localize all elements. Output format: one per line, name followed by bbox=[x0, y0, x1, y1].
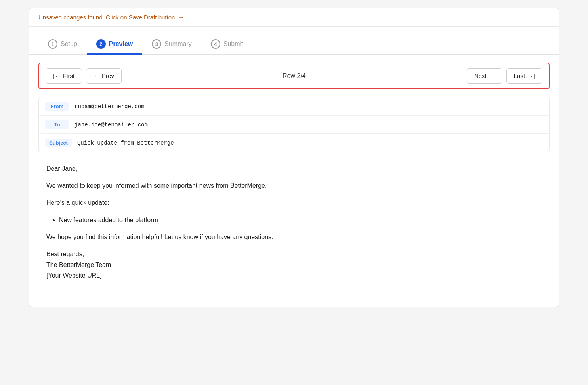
first-label: First bbox=[63, 72, 74, 79]
last-button[interactable]: Last →| bbox=[506, 68, 542, 84]
subject-label: Subject bbox=[45, 139, 72, 147]
email-greeting: Dear Jane, bbox=[46, 163, 542, 174]
tab-setup-num: 1 bbox=[48, 39, 57, 49]
tab-submit[interactable]: 4 Submit bbox=[201, 34, 253, 55]
tab-submit-num: 4 bbox=[211, 39, 220, 49]
email-sign1: Best regards, bbox=[46, 251, 84, 257]
tab-preview[interactable]: 2 Preview bbox=[87, 34, 142, 55]
email-para3: We hope you find this information helpfu… bbox=[46, 232, 542, 242]
email-fields: From rupam@bettermerge.com To jane.doe@t… bbox=[38, 97, 550, 152]
first-button[interactable]: |← First bbox=[46, 68, 82, 84]
last-icon: →| bbox=[527, 72, 535, 79]
email-sign: Best regards, The BetterMerge Team [Your… bbox=[46, 249, 542, 281]
tab-preview-label: Preview bbox=[109, 40, 133, 48]
tab-submit-label: Submit bbox=[223, 40, 243, 48]
next-icon: → bbox=[489, 72, 495, 79]
prev-label: Prev bbox=[102, 72, 114, 79]
from-value: rupam@bettermerge.com bbox=[74, 103, 144, 110]
tab-summary-num: 3 bbox=[152, 39, 161, 49]
email-body: Dear Jane, We wanted to keep you informe… bbox=[38, 152, 550, 299]
subject-row: Subject Quick Update from BetterMerge bbox=[39, 134, 549, 152]
nav-left-buttons: |← First ← Prev bbox=[46, 68, 122, 84]
email-sign3: [Your Website URL] bbox=[46, 272, 102, 279]
tabs-row: 1 Setup 2 Preview 3 Summary 4 Submit bbox=[29, 27, 559, 55]
main-container: Unsaved changes found. Click on Save Dra… bbox=[29, 8, 559, 307]
nav-right-buttons: Next → Last →| bbox=[467, 68, 542, 84]
email-para1: We wanted to keep you informed with some… bbox=[46, 180, 542, 191]
email-para2: Here's a quick update: bbox=[46, 197, 542, 208]
next-label: Next bbox=[474, 72, 487, 79]
prev-button[interactable]: ← Prev bbox=[86, 68, 122, 84]
prev-icon: ← bbox=[94, 72, 99, 79]
tab-preview-num: 2 bbox=[96, 39, 106, 49]
subject-value: Quick Update from BetterMerge bbox=[77, 140, 174, 146]
from-row: From rupam@bettermerge.com bbox=[39, 97, 549, 116]
tab-summary-label: Summary bbox=[164, 40, 191, 48]
navigation-row: |← First ← Prev Row 2/4 Next → Last →| bbox=[38, 63, 550, 89]
from-label: From bbox=[45, 102, 69, 111]
to-row: To jane.doe@tenmailer.com bbox=[39, 116, 549, 134]
to-value: jane.doe@tenmailer.com bbox=[74, 122, 148, 128]
email-sign2: The BetterMerge Team bbox=[46, 261, 111, 268]
first-icon: |← bbox=[53, 72, 61, 79]
content-area: |← First ← Prev Row 2/4 Next → Last →| bbox=[29, 55, 559, 307]
email-bullet1: New features added to the platform bbox=[59, 215, 542, 225]
last-label: Last bbox=[514, 72, 525, 79]
row-indicator: Row 2/4 bbox=[122, 72, 467, 80]
unsaved-text: Unsaved changes found. Click on Save Dra… bbox=[38, 14, 184, 21]
unsaved-banner: Unsaved changes found. Click on Save Dra… bbox=[29, 8, 559, 27]
tab-setup[interactable]: 1 Setup bbox=[38, 34, 87, 55]
tab-summary[interactable]: 3 Summary bbox=[142, 34, 201, 55]
tab-setup-label: Setup bbox=[61, 40, 77, 48]
to-label: To bbox=[45, 120, 69, 129]
next-button[interactable]: Next → bbox=[467, 68, 502, 84]
email-list: New features added to the platform bbox=[59, 215, 542, 225]
